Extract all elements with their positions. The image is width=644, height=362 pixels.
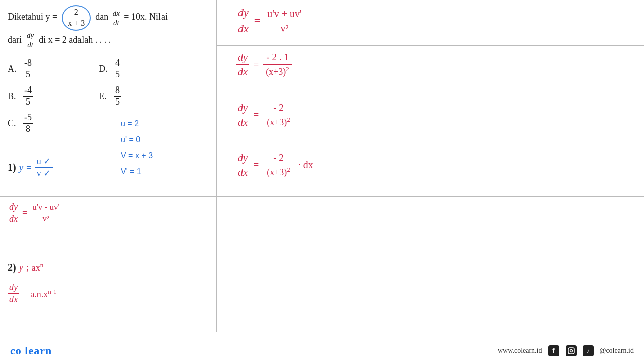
separator-2 bbox=[0, 254, 644, 254]
instagram-icon bbox=[566, 345, 577, 356]
svg-rect-0 bbox=[568, 348, 574, 354]
right-dot-dx: · dx bbox=[298, 159, 313, 171]
right-separator-4 bbox=[216, 196, 644, 197]
step1-equals: = bbox=[26, 162, 32, 173]
step1-formula-area: dy dx = u'v - uv' v² bbox=[8, 201, 61, 225]
step2-formula: a.n.xn-1 bbox=[30, 288, 56, 300]
step2-number: 2) bbox=[8, 262, 16, 274]
right-frac-4: - 2 (x+3)2 bbox=[263, 151, 294, 179]
step2-deriv-area: dy dx = a.n.xn-1 bbox=[8, 282, 57, 306]
step2-semicolon: ; bbox=[26, 262, 29, 273]
choice-c-value: -5 8 bbox=[23, 112, 33, 134]
step1-fraction: u ✓ v ✓ bbox=[35, 156, 53, 180]
right-dydx-frac-4: dy dx bbox=[236, 151, 249, 179]
choice-e-label: E. bbox=[99, 91, 114, 102]
right-dydx-frac-1: dy dx bbox=[236, 5, 250, 37]
tiktok-icon: ♪ bbox=[583, 345, 594, 356]
blue-u: u = 2 bbox=[121, 116, 153, 132]
blue-v: V = x + 3 bbox=[121, 148, 153, 164]
right-dydx-frac-2: dy dx bbox=[236, 50, 249, 79]
right-frac-3: - 2 (x+3)2 bbox=[263, 101, 294, 129]
blue-uprime: u' = 0 bbox=[121, 132, 153, 148]
choices-area: A. -8 5 D. 4 5 B. -4 5 E. 8 5 bbox=[8, 58, 219, 140]
right-quotient-frac-1: u'v + uv' v² bbox=[264, 7, 305, 35]
choice-b-value: -4 5 bbox=[23, 85, 33, 107]
svg-point-1 bbox=[570, 349, 572, 352]
problem-from: dari dy dt di x = 2 adalah . . . . bbox=[8, 31, 219, 49]
choice-a-label: A. bbox=[8, 64, 23, 74]
right-separator-2 bbox=[216, 96, 644, 96]
right-formula-4: dy dx = - 2 (x+3)2 · dx bbox=[236, 151, 313, 179]
problem-area: Diketahui y = 2 x + 3 dan dx dt = 10x. N… bbox=[8, 5, 219, 49]
choice-d-value: 4 5 bbox=[114, 58, 121, 80]
vertical-divider bbox=[216, 0, 217, 332]
main-content: Diketahui y = 2 x + 3 dan dx dt = 10x. N… bbox=[0, 0, 644, 362]
choice-b-label: B. bbox=[8, 91, 23, 102]
right-eq-3: = bbox=[253, 109, 259, 121]
right-formula-3: dy dx = - 2 (x+3)2 bbox=[236, 101, 294, 129]
choice-d-label: D. bbox=[99, 64, 114, 74]
website-url: www.colearn.id bbox=[498, 347, 542, 355]
right-eq-4: = bbox=[253, 159, 259, 171]
right-dydx-frac-3: dy dx bbox=[236, 101, 249, 129]
choice-e-value: 8 5 bbox=[114, 85, 121, 107]
right-separator-3 bbox=[216, 146, 644, 146]
choice-c-label: C. bbox=[8, 118, 23, 129]
step2-axn: axn bbox=[32, 261, 44, 274]
blue-vprime: V' = 1 bbox=[121, 164, 153, 180]
right-eq-1: = bbox=[254, 14, 260, 27]
facebook-icon: f bbox=[548, 345, 559, 356]
right-separator-1 bbox=[216, 45, 644, 46]
step2-dydx-frac: dy dx bbox=[8, 282, 19, 306]
choice-a-value: -8 5 bbox=[23, 58, 33, 80]
footer-right: www.colearn.id f ♪ @colearn.id bbox=[498, 345, 634, 356]
step1-eq: = bbox=[22, 208, 27, 218]
right-formula-2: dy dx = - 2 . 1 (x+3)2 bbox=[236, 50, 292, 79]
step2-area: 2) y ; axn bbox=[8, 261, 43, 274]
problem-statement: Diketahui y = 2 x + 3 dan dx dt = 10x. N… bbox=[8, 5, 219, 31]
step1-area: 1) y = u ✓ v ✓ bbox=[8, 156, 53, 180]
step1-dydx-frac: dy dx bbox=[8, 201, 19, 225]
right-frac-2: - 2 . 1 (x+3)2 bbox=[263, 51, 292, 78]
right-formula-1: dy dx = u'v + uv' v² bbox=[236, 5, 305, 37]
denominator-x3: x + 3 bbox=[66, 18, 87, 29]
step2-y: y bbox=[19, 262, 23, 273]
social-handle: @colearn.id bbox=[600, 347, 634, 355]
footer: co learn www.colearn.id f ♪ @colearn.id bbox=[0, 339, 644, 362]
step1-y: y bbox=[19, 162, 23, 173]
step2-eq: = bbox=[22, 288, 27, 299]
numerator-2: 2 bbox=[72, 7, 80, 18]
svg-point-2 bbox=[572, 348, 573, 349]
step1-quotient-frac: u'v - uv' v² bbox=[30, 202, 61, 224]
colearn-logo: co learn bbox=[10, 344, 52, 357]
blue-uvuv-area: u = 2 u' = 0 V = x + 3 V' = 1 bbox=[121, 116, 153, 180]
step1-number: 1) bbox=[8, 162, 16, 173]
right-eq-2: = bbox=[253, 59, 259, 70]
